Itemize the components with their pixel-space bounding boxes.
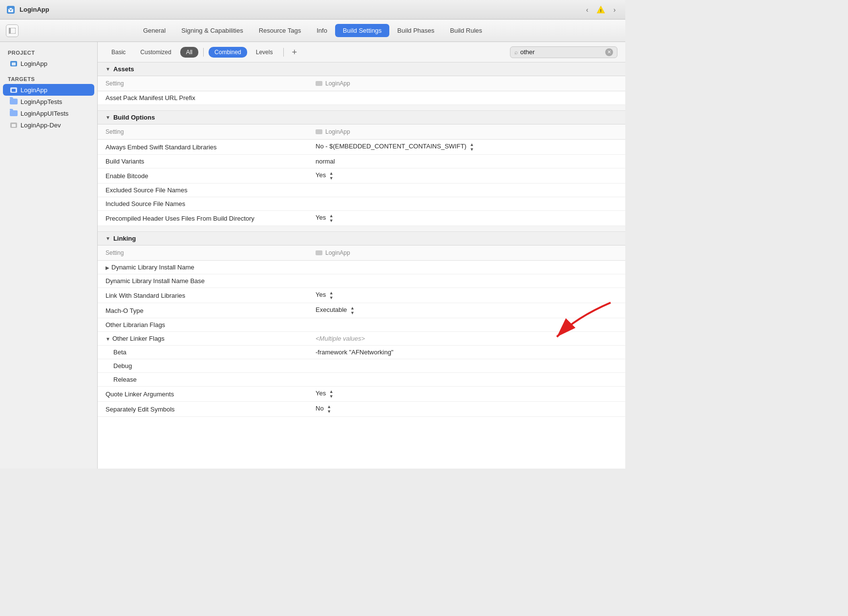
nav-back-button[interactable]: ‹	[582, 5, 592, 15]
loginappuitests-icon	[10, 109, 18, 117]
other-linker-flags-row[interactable]: ▼Other Linker Flags <Multiple values>	[98, 332, 625, 346]
excluded-source-row[interactable]: Excluded Source File Names	[98, 184, 625, 197]
svg-point-3	[10, 10, 11, 11]
build-variants-name: Build Variants	[98, 155, 308, 167]
nav-forward-button[interactable]: ›	[610, 5, 619, 15]
sidebar-loginapptests-label: LoginAppTests	[21, 98, 62, 105]
build-variants-value: normal	[308, 155, 625, 167]
assets-collapse-triangle[interactable]: ▼	[106, 66, 110, 72]
filter-divider	[203, 48, 204, 57]
tab-info[interactable]: Info	[309, 24, 335, 37]
search-icon: ⌕	[514, 49, 518, 56]
filter-basic-button[interactable]: Basic	[106, 47, 131, 58]
mach-o-stepper[interactable]: ▲▼	[350, 306, 355, 315]
tab-build-rules[interactable]: Build Rules	[442, 24, 490, 37]
quote-linker-stepper[interactable]: ▲▼	[329, 389, 334, 399]
search-clear-button[interactable]: ✕	[605, 48, 613, 56]
tab-general[interactable]: General	[135, 24, 173, 37]
tab-signing[interactable]: Signing & Capabilities	[173, 24, 251, 37]
targets-section-header: TARGETS	[0, 74, 97, 84]
dynamic-library-install-base-value	[308, 279, 625, 284]
other-linker-expand[interactable]: ▼	[106, 336, 110, 342]
dynamic-library-install-base-row[interactable]: Dynamic Library Install Name Base	[98, 274, 625, 288]
other-linker-flags-release-value	[308, 377, 625, 382]
separately-edit-symbols-row[interactable]: Separately Edit Symbols No ▲▼	[98, 402, 625, 417]
svg-text:!: !	[600, 8, 602, 13]
dynamic-library-install-name: ▶Dynamic Library Install Name	[98, 261, 308, 273]
included-source-name: Included Source File Names	[98, 198, 308, 210]
tab-build-settings[interactable]: Build Settings	[335, 24, 390, 37]
build-variants-row[interactable]: Build Variants normal	[98, 155, 625, 168]
build-options-section-header: ▼ Build Options	[98, 111, 625, 124]
sidebar-item-loginappuitests[interactable]: LoginAppUITests	[0, 107, 97, 119]
asset-pack-manifest-row[interactable]: Asset Pack Manifest URL Prefix	[98, 91, 625, 105]
search-input[interactable]	[520, 48, 603, 56]
assets-column-headers: Setting LoginApp	[98, 76, 625, 91]
project-section-header: PROJECT	[0, 48, 97, 58]
svg-rect-13	[316, 81, 322, 86]
dynamic-library-expand[interactable]: ▶	[106, 265, 109, 270]
mach-o-type-row[interactable]: Mach-O Type Executable ▲▼	[98, 303, 625, 318]
sidebar-loginappuitests-label: LoginAppUITests	[21, 110, 68, 117]
sidebar-item-loginapptests[interactable]: LoginAppTests	[0, 96, 97, 107]
precompiled-header-stepper[interactable]: ▲▼	[329, 213, 334, 223]
other-linker-flags-release-name: Release	[98, 373, 308, 386]
filter-all-button[interactable]: All	[180, 47, 198, 58]
other-linker-flags-container: ▼Other Linker Flags <Multiple values>	[98, 332, 625, 346]
search-box: ⌕ ✕	[510, 46, 617, 58]
sidebar-item-project[interactable]: LoginApp	[0, 58, 97, 69]
dynamic-library-install-base-name: Dynamic Library Install Name Base	[98, 275, 308, 287]
linking-section-header: ▼ Linking	[98, 232, 625, 246]
other-linker-flags-beta-row[interactable]: Beta -framework "AFNetworking"	[98, 346, 625, 359]
other-linker-flags-debug-value	[308, 364, 625, 369]
quote-linker-arguments-name: Quote Linker Arguments	[98, 388, 308, 400]
sidebar: PROJECT LoginApp TARGETS LoginApp	[0, 42, 98, 469]
sidebar-item-loginapp-dev[interactable]: LoginApp-Dev	[0, 119, 97, 131]
separately-edit-symbols-value: No ▲▼	[308, 402, 625, 416]
included-source-row[interactable]: Included Source File Names	[98, 197, 625, 211]
sidebar-loginapp-dev-label: LoginApp-Dev	[21, 122, 61, 129]
asset-pack-manifest-value	[308, 96, 625, 101]
build-options-col-icon	[316, 128, 322, 135]
filter-combined-button[interactable]: Combined	[209, 47, 247, 58]
excluded-source-value	[308, 188, 625, 193]
asset-pack-manifest-name: Asset Pack Manifest URL Prefix	[98, 92, 308, 104]
link-standard-libraries-row[interactable]: Link With Standard Libraries Yes ▲▼	[98, 288, 625, 303]
assets-col-value: LoginApp	[308, 78, 625, 89]
always-embed-stepper[interactable]: ▲▼	[470, 142, 474, 152]
main-layout: PROJECT LoginApp TARGETS LoginApp	[0, 42, 625, 469]
sidebar-loginapp-label: LoginApp	[21, 86, 47, 94]
dynamic-library-install-row[interactable]: ▶Dynamic Library Install Name	[98, 261, 625, 274]
add-filter-button[interactable]: +	[289, 48, 300, 57]
bitcode-stepper[interactable]: ▲▼	[329, 171, 334, 181]
sidebar-item-loginapp[interactable]: LoginApp	[3, 84, 94, 96]
svg-rect-8	[12, 62, 16, 65]
precompiled-header-value: Yes ▲▼	[308, 211, 625, 226]
linking-collapse-triangle[interactable]: ▼	[106, 236, 110, 241]
build-options-col-setting: Setting	[98, 126, 308, 137]
section-separator-1	[98, 105, 625, 111]
filter-customized-button[interactable]: Customized	[134, 47, 177, 58]
enable-bitcode-row[interactable]: Enable Bitcode Yes ▲▼	[98, 168, 625, 184]
other-librarian-flags-row[interactable]: Other Librarian Flags	[98, 318, 625, 332]
other-linker-flags-value: <Multiple values>	[308, 332, 625, 345]
link-standard-stepper[interactable]: ▲▼	[329, 290, 334, 300]
build-options-collapse-triangle[interactable]: ▼	[106, 115, 110, 120]
other-linker-flags-release-row[interactable]: Release	[98, 373, 625, 387]
precompiled-header-row[interactable]: Precompiled Header Uses Files From Build…	[98, 211, 625, 226]
precompiled-header-name: Precompiled Header Uses Files From Build…	[98, 212, 308, 225]
filter-levels-button[interactable]: Levels	[250, 47, 279, 58]
tab-resource-tags[interactable]: Resource Tags	[251, 24, 309, 37]
link-standard-libraries-name: Link With Standard Libraries	[98, 289, 308, 302]
other-linker-flags-debug-row[interactable]: Debug	[98, 359, 625, 373]
always-embed-swift-name: Always Embed Swift Standard Libraries	[98, 141, 308, 153]
tab-build-phases[interactable]: Build Phases	[389, 24, 442, 37]
app-icon	[6, 5, 16, 15]
always-embed-swift-row[interactable]: Always Embed Swift Standard Libraries No…	[98, 140, 625, 155]
separately-edit-stepper[interactable]: ▲▼	[327, 404, 331, 414]
mach-o-type-name: Mach-O Type	[98, 305, 308, 317]
sidebar-toggle-button[interactable]	[6, 24, 19, 37]
linking-section-title: Linking	[113, 235, 136, 242]
quote-linker-arguments-row[interactable]: Quote Linker Arguments Yes ▲▼	[98, 387, 625, 402]
mach-o-type-value: Executable ▲▼	[308, 303, 625, 318]
